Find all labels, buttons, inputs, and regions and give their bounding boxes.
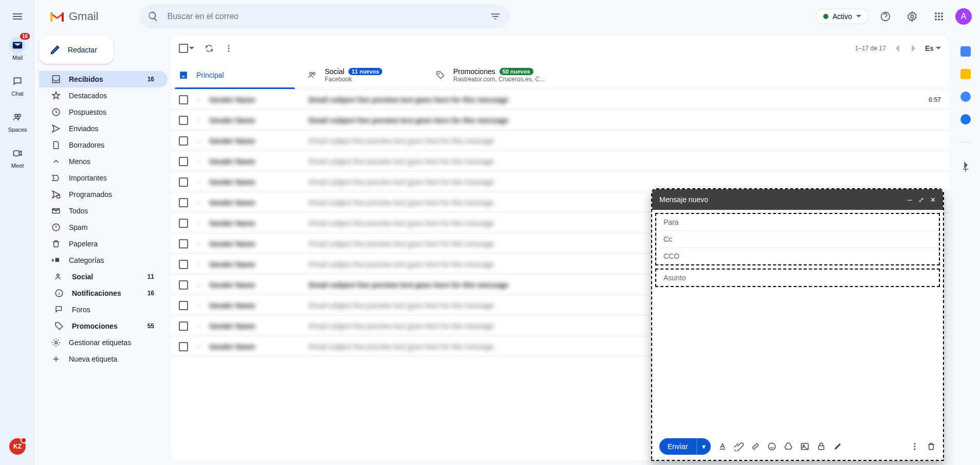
sidebar-item-destacados[interactable]: Destacados [39, 87, 168, 104]
support-button[interactable] [875, 6, 896, 27]
rail-spaces[interactable]: Spaces [2, 106, 33, 136]
tab-social[interactable]: Social11 nuevos Facebook [299, 61, 428, 89]
row-checkbox[interactable] [179, 260, 188, 269]
star-button[interactable]: ☆ [195, 199, 202, 207]
rail-meet[interactable]: Meet [2, 142, 33, 172]
star-button[interactable]: ☆ [195, 240, 202, 248]
search-options-icon[interactable] [490, 11, 501, 22]
row-checkbox[interactable] [179, 177, 188, 187]
sidebar-item-gestionar-etiquetas[interactable]: Gestionar etiquetas [39, 334, 168, 351]
sidebar-item-categorías[interactable]: Categorías [39, 252, 168, 269]
sidebar-item-papelera[interactable]: Papelera [39, 236, 168, 252]
account-switcher[interactable]: KZ [9, 438, 26, 455]
rail-chat[interactable]: Chat [2, 70, 33, 100]
photo-button[interactable] [800, 442, 809, 451]
star-button[interactable]: ☆ [195, 322, 202, 330]
compose-body[interactable] [652, 287, 943, 433]
more-options-button[interactable] [910, 442, 919, 451]
refresh-button[interactable] [205, 44, 214, 53]
calendar-addon[interactable] [960, 46, 971, 57]
search-input[interactable] [167, 12, 482, 21]
next-page-button[interactable] [910, 45, 917, 52]
discard-button[interactable] [927, 442, 936, 451]
signature-button[interactable] [833, 442, 842, 451]
sidebar-item-borradores[interactable]: Borradores [39, 137, 168, 153]
tab-primary[interactable]: Principal [171, 61, 299, 89]
drive-button[interactable] [784, 442, 793, 451]
row-checkbox[interactable] [179, 95, 188, 104]
row-checkbox[interactable] [179, 239, 188, 248]
input-language-button[interactable]: Es [925, 44, 941, 52]
sidebar-item-promociones[interactable]: Promociones55 [39, 318, 168, 334]
close-button[interactable]: ✕ [930, 196, 936, 204]
row-checkbox[interactable] [179, 342, 188, 351]
keep-addon[interactable] [960, 69, 971, 79]
mail-row[interactable]: ☆Sender NameEmail subject line preview t… [171, 110, 949, 131]
compose-button[interactable]: Redactar [39, 36, 114, 64]
star-button[interactable]: ☆ [195, 281, 202, 289]
confidential-button[interactable] [817, 442, 826, 451]
format-button[interactable] [718, 442, 727, 451]
subject-field[interactable]: Asunto [655, 269, 940, 287]
minimize-button[interactable]: ─ [908, 196, 912, 204]
star-button[interactable]: ☆ [195, 301, 202, 310]
tasks-addon[interactable] [960, 92, 971, 102]
star-button[interactable]: ☆ [195, 137, 202, 145]
emoji-button[interactable] [767, 442, 776, 451]
prev-page-button[interactable] [894, 45, 901, 52]
sidebar-item-spam[interactable]: Spam [39, 219, 168, 236]
sidebar-item-nueva-etiqueta[interactable]: Nueva etiqueta [39, 351, 168, 367]
star-button[interactable]: ☆ [195, 116, 202, 124]
sidebar-item-todos[interactable]: Todos [39, 203, 168, 219]
sidebar-item-menos[interactable]: Menos [39, 153, 168, 170]
mail-row[interactable]: ☆Sender NameEmail subject line preview t… [171, 151, 949, 172]
search-bar[interactable] [139, 5, 509, 28]
sidebar-item-notificaciones[interactable]: Notificaciones16 [39, 285, 168, 301]
star-button[interactable]: ☆ [195, 219, 202, 227]
row-checkbox[interactable] [179, 157, 188, 166]
row-checkbox[interactable] [179, 280, 188, 290]
row-checkbox[interactable] [179, 116, 188, 125]
more-button[interactable] [224, 44, 233, 53]
row-checkbox[interactable] [179, 219, 188, 228]
fullscreen-button[interactable]: ⤢ [918, 196, 924, 204]
cc-field[interactable]: Cc [656, 231, 939, 248]
sidebar-item-programados[interactable]: Programados [39, 186, 168, 203]
select-all[interactable] [179, 44, 194, 53]
main-menu-button[interactable] [11, 10, 24, 23]
contacts-addon[interactable] [960, 114, 971, 124]
mail-row[interactable]: ☆Sender NameEmail subject line preview t… [171, 131, 949, 151]
status-selector[interactable]: Activo [816, 9, 869, 24]
sidebar-item-pospuestos[interactable]: Pospuestos [39, 104, 168, 120]
send-button[interactable]: Enviar [659, 438, 696, 455]
account-avatar[interactable]: A [955, 8, 972, 25]
to-field[interactable]: Para [656, 214, 939, 231]
sidebar-item-foros[interactable]: Foros [39, 301, 168, 318]
star-button[interactable]: ☆ [195, 260, 202, 269]
rail-mail[interactable]: 16 Mail [2, 34, 33, 64]
attach-button[interactable] [734, 442, 744, 451]
row-checkbox[interactable] [179, 321, 188, 331]
row-checkbox[interactable] [179, 301, 188, 310]
pencil-icon [49, 44, 61, 56]
row-checkbox[interactable] [179, 198, 188, 207]
hide-panel-button[interactable] [962, 162, 969, 169]
apps-button[interactable] [929, 6, 949, 27]
star-button[interactable]: ☆ [195, 96, 202, 104]
sidebar-item-enviados[interactable]: Enviados [39, 120, 168, 137]
mail-row[interactable]: ☆Sender NameEmail subject line preview t… [171, 90, 949, 110]
send-options-button[interactable]: ▾ [696, 438, 711, 455]
star-button[interactable]: ☆ [195, 178, 202, 186]
sidebar-item-social[interactable]: Social11 [39, 269, 168, 285]
settings-button[interactable] [902, 6, 922, 27]
bcc-field[interactable]: CCO [656, 248, 939, 264]
row-checkbox[interactable] [179, 136, 188, 146]
link-button[interactable] [751, 442, 760, 451]
star-button[interactable]: ☆ [195, 343, 202, 351]
compose-header[interactable]: Mensaje nuevo ─ ⤢ ✕ [652, 189, 943, 210]
sidebar-item-importantes[interactable]: Importantes [39, 170, 168, 186]
star-button[interactable]: ☆ [195, 157, 202, 166]
gmail-logo[interactable]: Gmail [43, 10, 98, 23]
sidebar-item-recibidos[interactable]: Recibidos16 [39, 71, 168, 87]
tab-promotions[interactable]: Promociones50 nuevos Rastreator.com, Cru… [428, 61, 556, 89]
